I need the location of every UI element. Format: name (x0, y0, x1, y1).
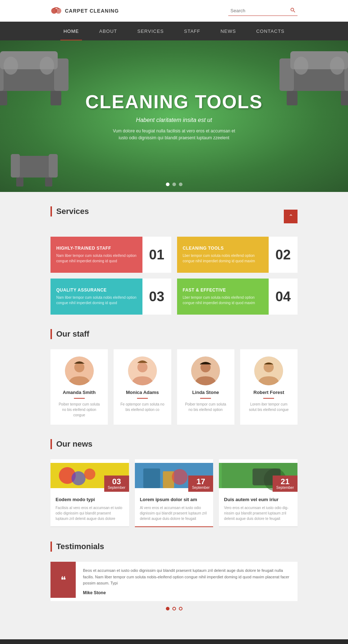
hero-dot-1[interactable] (166, 183, 169, 186)
staff-title: Our staff (56, 329, 89, 339)
staff-desc-linda: Poiber tempor cum soluta no bis eleifend… (183, 402, 229, 412)
sofa-bottom-icon (11, 152, 58, 188)
service-card-2: CLEANING TOOLS Lber tempor cum soluta no… (177, 237, 298, 273)
news-month-2: September (192, 486, 210, 490)
search-input[interactable] (230, 8, 288, 13)
svg-rect-38 (143, 469, 160, 488)
staff-card-monica: Monica Adams Fe optempor cum soluta no b… (114, 349, 171, 425)
news-day-1: 03 (108, 478, 125, 486)
svg-line-3 (294, 11, 295, 12)
search-box[interactable] (228, 6, 298, 16)
news-body-1: Eodem modo typi Facilisis al vero eros e… (50, 492, 129, 527)
services-title-bar (50, 206, 52, 216)
services-header: Services ⌃ (50, 206, 298, 227)
staff-avatar-monica (128, 356, 157, 385)
services-title: Services (56, 207, 89, 216)
services-section: Services ⌃ HIGHLY-TRAINED STAFF Nam libe… (50, 206, 298, 315)
svg-point-26 (74, 362, 84, 372)
staff-name-robert: Robert Forest (246, 390, 292, 395)
testimonial-dot-3[interactable] (179, 607, 182, 610)
news-title-3: Duis autem vel eum iriur (224, 497, 292, 502)
amanda-avatar-icon (65, 356, 94, 385)
svg-rect-8 (50, 91, 61, 105)
service-title-2: CLEANING TOOLS (183, 246, 263, 251)
service-desc-4: Lber tempor cum soluta nobis eleifend op… (183, 295, 263, 306)
news-date-2: 17 September (188, 476, 213, 492)
nav-services[interactable]: SERVICES (127, 22, 174, 40)
svg-rect-16 (341, 91, 348, 105)
hero-dot-3[interactable] (179, 183, 182, 186)
main-content: Services ⌃ HIGHLY-TRAINED STAFF Nam libe… (0, 192, 348, 639)
testimonial-dot-1[interactable] (166, 607, 169, 610)
testimonial-dot-2[interactable] (172, 607, 176, 610)
service-card-4: FAST & EFFECTIVE Lber tempor cum soluta … (177, 279, 298, 315)
news-title-1: Eodem modo typi (56, 497, 124, 502)
hero-dot-2[interactable] (172, 183, 176, 186)
hero-section: CLEANING TOOLS Habent claritatem insita … (0, 40, 348, 192)
staff-name-amanda: Amanda Smith (56, 390, 102, 395)
staff-divider-amanda (74, 398, 85, 399)
logo-icon (50, 5, 62, 17)
service-number-1: 01 (142, 237, 171, 273)
service-number-3: 03 (142, 279, 171, 315)
nav-home[interactable]: HOME (53, 22, 89, 40)
quote-icon: ❝ (61, 574, 66, 586)
testimonials-title: Testimonials (56, 542, 104, 551)
news-text-1: Facilisis al vero eros et accumsan et iu… (56, 505, 124, 521)
staff-divider-robert (263, 398, 274, 399)
service-title-3: QUALITY ASSURANCE (56, 288, 137, 293)
nav-about[interactable]: ABOUT (89, 22, 127, 40)
svg-rect-23 (16, 178, 23, 187)
staff-desc-amanda: Poiber tempor cum soluta no bis eleifend… (56, 402, 102, 418)
footer: +1 800 559 6580 Copyright © 2014 | Priva… (0, 639, 348, 644)
news-grid: 03 September Eodem modo typi Facilisis a… (50, 459, 298, 527)
service-desc-2: Lber tempor cum soluta nobis eleifend op… (183, 253, 263, 264)
news-card-1: 03 September Eodem modo typi Facilisis a… (50, 459, 129, 527)
service-card-content-3: QUALITY ASSURANCE Nam liber tempor cum s… (50, 279, 142, 315)
news-month-1: September (108, 486, 125, 490)
staff-name-monica: Monica Adams (119, 390, 165, 395)
linda-avatar-icon (191, 356, 220, 385)
service-desc-3: Nam liber tempor cum soluta nobis eleife… (56, 295, 137, 306)
news-title-bar (50, 439, 52, 449)
news-card-2: 17 September Lorem ipsum dolor sit am Al… (135, 459, 213, 527)
staff-desc-robert: Lorem iber tempor cum solut bis eleifend… (246, 402, 292, 412)
news-image-2: 17 September (135, 459, 213, 492)
service-number-2: 02 (269, 237, 298, 273)
monica-avatar-icon (128, 356, 157, 385)
svg-rect-24 (45, 178, 52, 187)
logo-text: CARPET CLEANING (65, 8, 119, 14)
testimonials-title-bar (50, 542, 52, 552)
hero-title: CLEANING TOOLS (85, 91, 263, 113)
staff-title-bar (50, 329, 52, 339)
service-card-content-1: HIGHLY-TRAINED STAFF Nam liber tempor cu… (50, 237, 142, 273)
scroll-top-button[interactable]: ⌃ (284, 210, 298, 223)
svg-rect-21 (11, 154, 20, 178)
staff-section: Our staff Amanda Smith Poiber tempor cum… (50, 329, 298, 425)
svg-point-1 (56, 8, 61, 14)
news-date-3: 21 September (273, 476, 298, 492)
robert-avatar-icon (254, 356, 283, 385)
services-grid: HIGHLY-TRAINED STAFF Nam liber tempor cu… (50, 237, 298, 315)
hero-dots (166, 183, 182, 186)
chevron-up-icon: ⌃ (288, 213, 293, 220)
news-text-3: Vero eros et accumsan et iusto odio dig-… (224, 505, 292, 521)
news-title-2: Lorem ipsum dolor sit am (140, 497, 208, 502)
service-card-3: QUALITY ASSURANCE Nam liber tempor cum s… (50, 279, 171, 315)
news-title: Our news (56, 439, 92, 449)
nav-news[interactable]: NEWS (210, 22, 246, 40)
testimonial-quote-box: ❝ (50, 562, 76, 598)
staff-avatar-amanda (65, 356, 94, 385)
testimonial-card-1: ❝ Beos et accumsan et iusto odio digniss… (50, 562, 298, 601)
testimonial-content-1: Beos et accumsan et iusto odio dignissim… (76, 562, 298, 601)
service-title-4: FAST & EFFECTIVE (183, 288, 263, 293)
search-icon (290, 8, 295, 14)
svg-point-18 (294, 57, 308, 75)
nav-staff[interactable]: STAFF (174, 22, 210, 40)
staff-grid: Amanda Smith Poiber tempor cum soluta no… (50, 349, 298, 425)
news-text-2: Al vero eros et accumsan et iusto odio d… (140, 505, 208, 521)
staff-divider-monica (137, 398, 148, 399)
nav-contacts[interactable]: CONTACTS (246, 22, 295, 40)
testimonials-title-block: Testimonials (50, 542, 298, 552)
testimonial-author-1: Mike Stone (83, 590, 290, 595)
